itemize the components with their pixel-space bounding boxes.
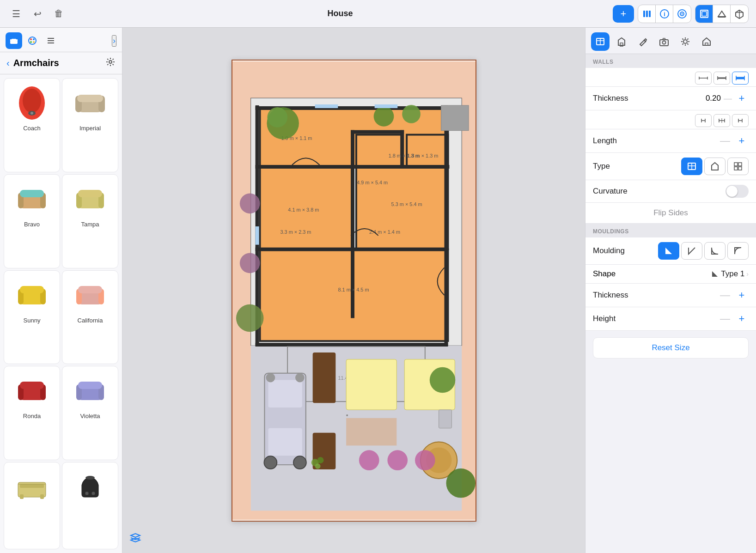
item-label-tampa: Tampa <box>81 221 99 228</box>
thickness-increase-button[interactable]: + <box>735 91 749 105</box>
svg-point-108 <box>264 456 277 469</box>
length-increase-button[interactable]: + <box>735 134 749 148</box>
moulding-btn-2[interactable] <box>681 242 702 260</box>
reset-size-button[interactable]: Reset Size <box>593 337 749 359</box>
curvature-toggle[interactable] <box>726 185 749 198</box>
add-button[interactable]: + <box>613 5 634 23</box>
thickness-medium-icon[interactable] <box>713 72 730 85</box>
svg-point-111 <box>295 373 304 382</box>
walls-section-header: WALLS <box>585 54 756 68</box>
thickness-thick-icon[interactable] <box>732 72 749 85</box>
svg-rect-78 <box>444 105 448 346</box>
panel-tab-paint[interactable] <box>634 32 652 51</box>
list-item[interactable]: Tampa <box>62 174 118 268</box>
main-content: › ‹ Armchairs Coach <box>0 28 756 553</box>
svg-rect-81 <box>255 165 356 169</box>
toolbar-right: + i <box>613 5 749 23</box>
svg-text:4.9 m × 5.4 m: 4.9 m × 5.4 m <box>357 179 388 185</box>
info-button[interactable]: i <box>656 5 673 23</box>
list-item[interactable] <box>62 462 118 549</box>
panel-tab-structure[interactable] <box>612 32 631 51</box>
length-icon-right[interactable] <box>732 114 749 127</box>
svg-rect-82 <box>351 165 449 169</box>
list-item[interactable] <box>4 462 60 549</box>
elevation-button[interactable] <box>713 5 731 23</box>
svg-rect-106 <box>268 380 302 407</box>
target-button[interactable] <box>673 5 691 23</box>
item-image-bottom2 <box>69 466 111 508</box>
view-icon-group: i <box>638 5 691 23</box>
layers-button[interactable] <box>129 531 142 547</box>
sidebar-category-title: Armchairs <box>13 58 105 68</box>
svg-rect-166 <box>734 163 738 166</box>
flip-sides-button[interactable]: Flip Sides <box>585 203 756 224</box>
thickness-value: 0.20 <box>702 94 721 103</box>
moulding-btn-4[interactable] <box>727 242 749 260</box>
svg-rect-148 <box>705 43 708 45</box>
list-item[interactable]: Ronda <box>4 366 60 460</box>
height-increase-button[interactable]: + <box>735 312 749 326</box>
svg-rect-114 <box>346 359 396 409</box>
3d-button[interactable] <box>731 5 748 23</box>
panel-tab-walls[interactable] <box>591 32 610 51</box>
length-icons-row <box>585 110 756 129</box>
plan-view-button[interactable] <box>695 5 713 23</box>
moulding-btn-3[interactable] <box>704 242 726 260</box>
canvas-area[interactable]: 1.0 m × 1.1 m 4.1 m × 3.8 m 4.9 m × 5.4 … <box>122 28 585 553</box>
sidebar-back-button[interactable]: ‹ <box>6 58 10 68</box>
type-btn-grid[interactable] <box>727 158 749 175</box>
list-item[interactable]: Sunny <box>4 270 60 365</box>
type-btn-floor[interactable] <box>681 158 702 175</box>
svg-rect-169 <box>738 167 742 170</box>
shape-value-container[interactable]: Type 1 › <box>711 269 749 279</box>
thickness-decrease[interactable]: — <box>724 94 732 103</box>
item-label-sunny: Sunny <box>24 317 41 324</box>
list-item[interactable]: Coach <box>4 78 60 172</box>
svg-point-128 <box>315 463 320 469</box>
length-decrease-button[interactable]: — <box>718 134 732 148</box>
svg-rect-85 <box>351 130 404 134</box>
thickness-thin-icon[interactable] <box>695 72 712 85</box>
furniture-grid: Coach Imperial <box>0 74 122 553</box>
svg-rect-72 <box>356 134 402 166</box>
undo-button[interactable]: ↩ <box>29 5 46 23</box>
sidebar-tab-list[interactable] <box>43 32 59 49</box>
thickness2-increase-button[interactable]: + <box>735 288 749 302</box>
svg-rect-132 <box>346 414 348 416</box>
item-label-bravo: Bravo <box>24 221 40 228</box>
list-item[interactable]: California <box>62 270 118 365</box>
list-item[interactable]: Imperial <box>62 78 118 172</box>
svg-rect-131 <box>255 226 259 245</box>
svg-rect-38 <box>20 190 44 197</box>
length-icon-center[interactable] <box>713 114 730 127</box>
floor-plan-canvas[interactable]: 1.0 m × 1.1 m 4.1 m × 3.8 m 4.9 m × 5.4 … <box>232 60 476 522</box>
svg-rect-50 <box>78 286 102 293</box>
svg-rect-42 <box>78 190 102 197</box>
list-item[interactable]: Violetta <box>62 366 118 460</box>
sidebar-settings-button[interactable] <box>105 57 116 69</box>
sidebar-expand-button[interactable]: › <box>112 35 116 47</box>
menu-button[interactable]: ☰ <box>7 5 25 23</box>
svg-point-22 <box>33 41 35 43</box>
sidebar-tab-palette[interactable] <box>24 32 41 49</box>
list-item[interactable]: Bravo <box>4 174 60 268</box>
thickness2-controls: — + <box>718 288 749 302</box>
curvature-row: Curvature <box>585 180 756 203</box>
svg-rect-167 <box>738 163 742 166</box>
thickness2-decrease-button[interactable]: — <box>718 288 732 302</box>
length-icon-left[interactable] <box>695 114 712 127</box>
type-btn-roof[interactable] <box>704 158 726 175</box>
height-decrease-button[interactable]: — <box>718 312 732 326</box>
delete-button[interactable]: 🗑 <box>50 5 67 23</box>
right-panel: WALLS Thickness 0.20 — + <box>585 28 756 553</box>
library-button[interactable] <box>638 5 656 23</box>
thickness-icons-row <box>585 68 756 87</box>
svg-text:4.1 m × 3.8 m: 4.1 m × 3.8 m <box>288 207 319 213</box>
svg-rect-9 <box>702 12 707 16</box>
moulding-btn-1[interactable] <box>658 242 679 260</box>
panel-tab-camera[interactable] <box>655 32 673 51</box>
sidebar-tab-furniture[interactable] <box>6 32 22 49</box>
svg-point-64 <box>85 476 95 480</box>
panel-tab-house[interactable] <box>697 32 716 51</box>
panel-tab-sun[interactable] <box>676 32 695 51</box>
